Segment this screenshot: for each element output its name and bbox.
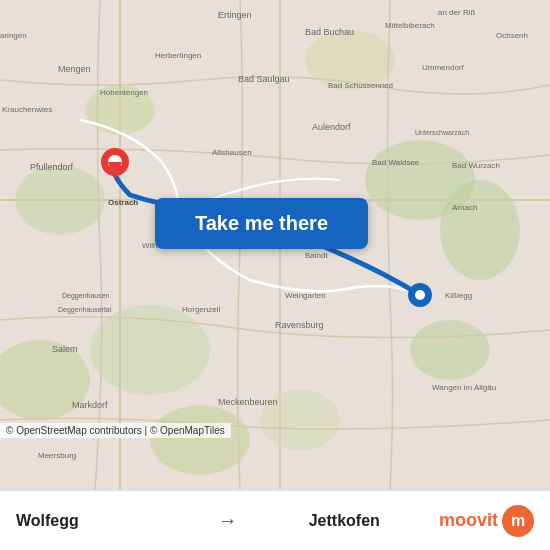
map-container: Ertingen Bad Buchau Mittelbiberach Menge… [0,0,550,490]
svg-text:Arnach: Arnach [452,203,477,212]
moovit-logo: moovit m [439,505,534,537]
svg-text:Bad Schussenried: Bad Schussenried [328,81,393,90]
to-location: Jettkofen [250,512,440,530]
bottom-bar: Wolfegg → Jettkofen moovit m [0,490,550,550]
svg-text:Pfullendorf: Pfullendorf [30,162,74,172]
svg-text:an der Riß: an der Riß [438,8,475,17]
moovit-brand-text: moovit [439,510,498,531]
svg-text:Unterschwarzach: Unterschwarzach [415,129,469,136]
svg-text:Ochsenh: Ochsenh [496,31,528,40]
take-me-there-button[interactable]: Take me there [155,198,368,249]
svg-text:Bad Buchau: Bad Buchau [305,27,354,37]
moovit-logo-icon: m [502,505,534,537]
svg-text:Aulendorf: Aulendorf [312,122,351,132]
svg-point-52 [415,290,425,300]
svg-text:Altshausen: Altshausen [212,148,252,157]
svg-text:Meersburg: Meersburg [38,451,76,460]
svg-text:Salem: Salem [52,344,78,354]
svg-text:Mengen: Mengen [58,64,91,74]
from-location: Wolfegg [16,512,206,530]
svg-text:Horgenzell: Horgenzell [182,305,220,314]
svg-text:Bad Waldsee: Bad Waldsee [372,158,420,167]
direction-arrow-icon: → [218,509,238,532]
svg-text:Hohentengen: Hohentengen [100,88,148,97]
svg-text:Ravensburg: Ravensburg [275,320,324,330]
svg-text:Ummendorf: Ummendorf [422,63,465,72]
svg-text:Bad Wurzach: Bad Wurzach [452,161,500,170]
svg-text:Ostrach: Ostrach [108,198,138,207]
svg-text:Meckenbeuren: Meckenbeuren [218,397,278,407]
svg-text:Bad Saulgau: Bad Saulgau [238,74,290,84]
svg-text:Wangen im Allgäu: Wangen im Allgäu [432,383,496,392]
svg-text:Mittelbiberach: Mittelbiberach [385,21,435,30]
svg-text:Deggenhausen: Deggenhausen [62,292,110,300]
svg-text:Markdorf: Markdorf [72,400,108,410]
svg-text:Ertingen: Ertingen [218,10,252,20]
svg-point-7 [150,405,250,475]
svg-text:Baindt: Baindt [305,251,328,260]
svg-text:Weingarten: Weingarten [285,291,326,300]
svg-text:Krauchenwies: Krauchenwies [2,105,52,114]
svg-point-3 [440,180,520,280]
svg-text:aringen: aringen [0,31,27,40]
svg-text:Kißlegg: Kißlegg [445,291,472,300]
svg-point-6 [410,320,490,380]
map-attribution: © OpenStreetMap contributors | © OpenMap… [0,423,231,438]
svg-text:Herbertingen: Herbertingen [155,51,201,60]
svg-text:Deggenhausertal: Deggenhausertal [58,306,112,314]
